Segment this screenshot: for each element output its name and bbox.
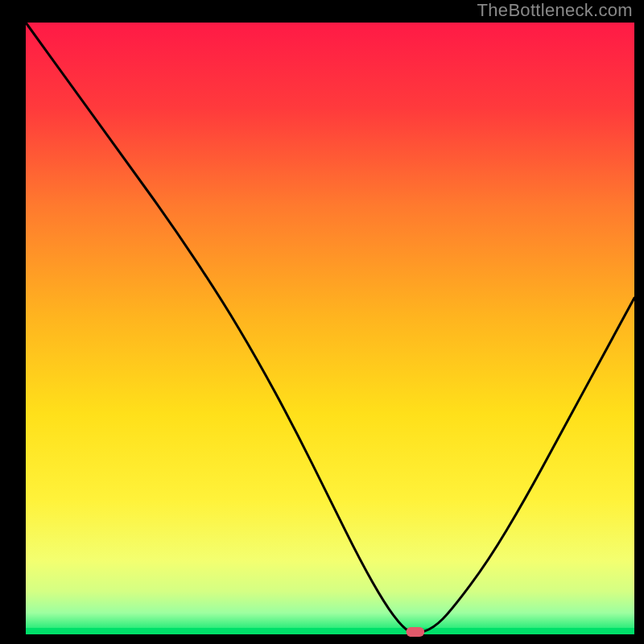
chart-gradient-bg <box>26 23 634 634</box>
bottleneck-chart <box>0 0 644 644</box>
chart-stage: TheBottleneck.com <box>0 0 644 644</box>
optimum-marker <box>407 627 425 637</box>
watermark-label: TheBottleneck.com <box>477 0 633 21</box>
baseline-strip <box>26 628 634 634</box>
